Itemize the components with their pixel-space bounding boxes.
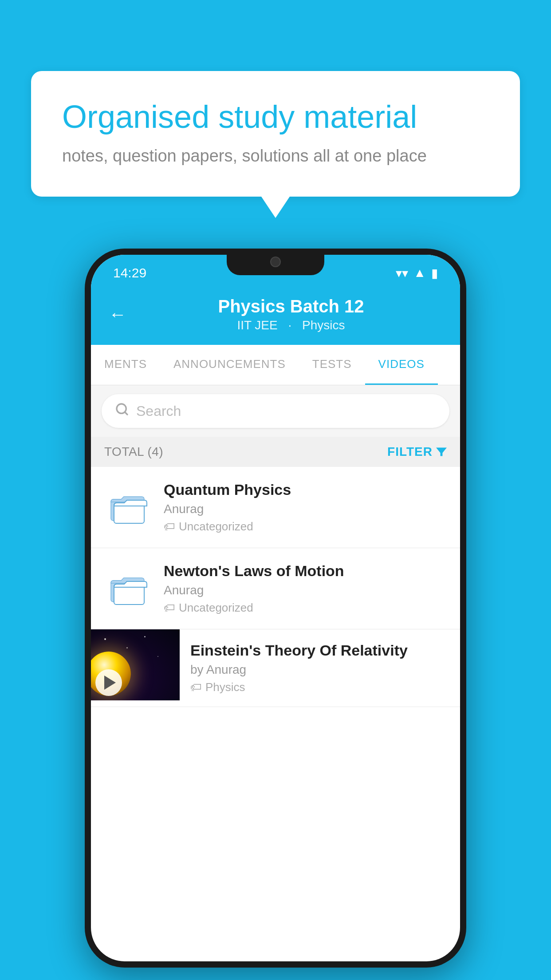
video-info: Einstein's Theory Of Relativity by Anura… [180,629,460,707]
video-tag: 🏷 Uncategorized [164,520,447,533]
header-subtitle: IIT JEE · Physics [140,318,442,332]
search-box[interactable]: Search [102,394,449,428]
folder-thumbnail [104,483,153,532]
app-header: ← Physics Batch 12 IIT JEE · Physics [91,286,460,345]
tag-label: Uncategorized [179,601,253,615]
status-time: 14:29 [113,265,146,281]
filter-bar: TOTAL (4) FILTER [91,437,460,467]
folder-thumbnail [104,564,153,613]
phone-frame: 14:29 ▾▾ ▲ ▮ ← Physics Batch 12 IIT JEE … [85,249,466,968]
filter-label: FILTER [387,445,433,459]
video-list: Quantum Physics Anurag 🏷 Uncategorized [91,467,460,707]
speech-bubble: Organised study material notes, question… [31,71,520,197]
tag-label: Physics [205,680,245,694]
phone-container: 14:29 ▾▾ ▲ ▮ ← Physics Batch 12 IIT JEE … [85,249,466,968]
svg-marker-2 [436,447,447,456]
battery-icon: ▮ [431,266,438,281]
video-title: Newton's Laws of Motion [164,562,447,580]
signal-icon: ▲ [413,266,426,280]
video-author: by Anurag [190,663,449,677]
bubble-title: Organised study material [62,98,489,136]
list-item[interactable]: Quantum Physics Anurag 🏷 Uncategorized [91,467,460,548]
video-author: Anurag [164,502,447,516]
search-container: Search [91,385,460,437]
tag-icon: 🏷 [190,680,202,694]
header-title-group: Physics Batch 12 IIT JEE · Physics [140,296,442,332]
tabs-bar: MENTS ANNOUNCEMENTS TESTS VIDEOS [91,345,460,385]
play-button-icon[interactable] [95,669,122,696]
video-author: Anurag [164,583,447,597]
svg-line-1 [125,412,127,415]
list-item[interactable]: Newton's Laws of Motion Anurag 🏷 Uncateg… [91,548,460,629]
list-item[interactable]: Einstein's Theory Of Relativity by Anura… [91,629,460,707]
video-title: Einstein's Theory Of Relativity [190,642,449,659]
tag-label: Uncategorized [179,520,253,533]
header-title: Physics Batch 12 [140,296,442,316]
subtitle-separator: · [288,318,292,332]
video-tag: 🏷 Physics [190,680,449,694]
search-placeholder: Search [136,403,181,419]
video-thumbnail [91,629,180,700]
bubble-subtitle: notes, question papers, solutions all at… [62,146,489,166]
filter-button[interactable]: FILTER [387,445,447,459]
video-tag: 🏷 Uncategorized [164,601,447,615]
total-count-label: TOTAL (4) [104,445,163,459]
tab-videos[interactable]: VIDEOS [365,345,438,385]
tab-announcements[interactable]: ANNOUNCEMENTS [160,345,299,385]
status-icons: ▾▾ ▲ ▮ [396,266,438,281]
search-icon [115,402,129,420]
video-title: Quantum Physics [164,481,447,498]
subtitle-tag2: Physics [302,318,345,332]
phone-notch [227,249,324,275]
camera-dot [270,257,281,267]
video-info: Newton's Laws of Motion Anurag 🏷 Uncateg… [164,562,447,615]
wifi-icon: ▾▾ [396,266,408,281]
phone-screen: 14:29 ▾▾ ▲ ▮ ← Physics Batch 12 IIT JEE … [91,255,460,961]
back-button[interactable]: ← [109,304,126,324]
tab-ments[interactable]: MENTS [91,345,160,385]
video-info: Quantum Physics Anurag 🏷 Uncategorized [164,481,447,533]
tab-tests[interactable]: TESTS [299,345,365,385]
subtitle-tag1: IIT JEE [237,318,277,332]
tag-icon: 🏷 [164,601,175,615]
tag-icon: 🏷 [164,520,175,533]
